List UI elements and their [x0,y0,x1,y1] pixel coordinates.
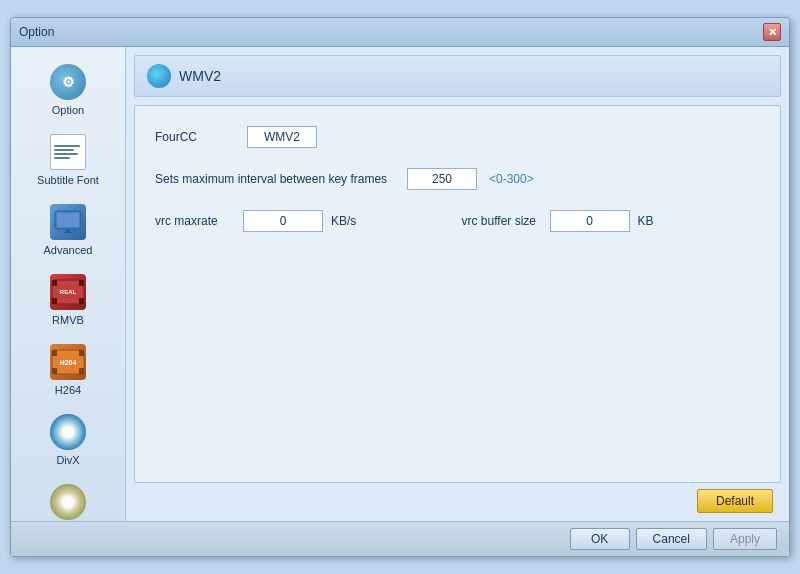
svg-marker-2 [63,229,73,233]
xvid-icon [48,482,88,521]
sidebar-item-divx[interactable]: DivX [18,405,118,473]
h264-icon: H264 [48,342,88,382]
vrc-bufsize-unit: KB [638,214,654,228]
svg-rect-10 [52,350,57,356]
sidebar-item-rmvb[interactable]: REAL RMVB [18,265,118,333]
vrc-bufsize-group: vrc buffer size KB [462,210,761,232]
vrc-maxrate-unit: KB/s [331,214,356,228]
main-content: WMV2 FourCC Sets maximum interval betwee… [126,47,789,521]
svg-rect-5 [79,280,84,286]
dialog-footer: OK Cancel Apply [11,521,789,556]
dialog-title: Option [19,25,54,39]
rmvb-icon: REAL [48,272,88,312]
sidebar-item-advanced[interactable]: Advanced [18,195,118,263]
keyframe-row: Sets maximum interval between key frames… [155,168,760,190]
sidebar-label-subtitle-font: Subtitle Font [37,174,99,186]
apply-button[interactable]: Apply [713,528,777,550]
close-button[interactable]: ✕ [763,23,781,41]
vrc-row: vrc maxrate KB/s vrc buffer size KB [155,210,760,232]
svg-rect-6 [52,298,57,304]
sidebar: ⚙ Option Subtitle Font [11,47,126,521]
keyframe-hint: <0-300> [489,172,534,186]
svg-text:REAL: REAL [60,289,77,295]
sidebar-label-h264: H264 [55,384,81,396]
svg-rect-4 [52,280,57,286]
option-icon: ⚙ [48,62,88,102]
advanced-icon [48,202,88,242]
sidebar-item-subtitle-font[interactable]: Subtitle Font [18,125,118,193]
content-header: WMV2 [134,55,781,97]
dialog-window: Option ✕ ⚙ Option [10,17,790,557]
sidebar-label-advanced: Advanced [44,244,93,256]
keyframe-input[interactable] [407,168,477,190]
vrc-bufsize-label: vrc buffer size [462,214,542,228]
cancel-button[interactable]: Cancel [636,528,707,550]
svg-rect-1 [57,213,79,227]
fourcc-input[interactable] [247,126,317,148]
divx-icon [48,412,88,452]
content-panel: FourCC Sets maximum interval between key… [134,105,781,483]
default-button[interactable]: Default [697,489,773,513]
svg-rect-7 [79,298,84,304]
footer-area: Default [134,483,781,513]
sidebar-item-xvid[interactable]: Xvid [18,475,118,521]
ok-button[interactable]: OK [570,528,630,550]
svg-text:H264: H264 [60,359,77,366]
svg-rect-13 [79,368,84,374]
content-header-title: WMV2 [179,68,221,84]
svg-rect-12 [52,368,57,374]
sidebar-item-option[interactable]: ⚙ Option [18,55,118,123]
sidebar-label-option: Option [52,104,84,116]
fourcc-label: FourCC [155,130,235,144]
vrc-maxrate-input[interactable] [243,210,323,232]
svg-rect-11 [79,350,84,356]
sidebar-label-rmvb: RMVB [52,314,84,326]
subtitle-font-icon [48,132,88,172]
vrc-maxrate-label: vrc maxrate [155,214,235,228]
keyframe-label: Sets maximum interval between key frames [155,172,395,186]
vrc-bufsize-input[interactable] [550,210,630,232]
title-bar: Option ✕ [11,18,789,47]
sidebar-item-h264[interactable]: H264 H264 [18,335,118,403]
fourcc-row: FourCC [155,126,760,148]
dialog-body: ⚙ Option Subtitle Font [11,47,789,521]
vrc-maxrate-group: vrc maxrate KB/s [155,210,454,232]
header-icon [147,64,171,88]
sidebar-label-divx: DivX [56,454,79,466]
